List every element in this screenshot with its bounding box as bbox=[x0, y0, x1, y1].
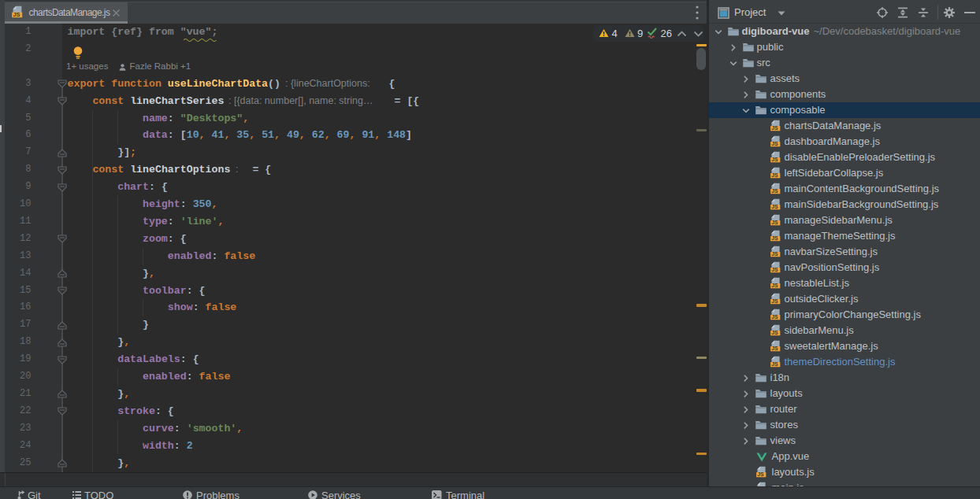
svg-text:JS: JS bbox=[771, 220, 778, 225]
svg-text:JS: JS bbox=[771, 235, 778, 241]
svg-text:JS: JS bbox=[771, 188, 778, 194]
svg-text:JS: JS bbox=[771, 298, 778, 304]
svg-text:JS: JS bbox=[771, 283, 778, 288]
svg-text:JS: JS bbox=[757, 471, 764, 477]
svg-text:JS: JS bbox=[771, 314, 778, 320]
svg-text:JS: JS bbox=[771, 251, 778, 257]
svg-text:JS: JS bbox=[771, 141, 778, 146]
svg-text:JS: JS bbox=[771, 172, 778, 178]
svg-text:JS: JS bbox=[771, 125, 778, 131]
svg-text:JS: JS bbox=[13, 11, 20, 18]
svg-text:JS: JS bbox=[771, 157, 778, 162]
svg-text:JS: JS bbox=[771, 330, 778, 335]
svg-text:JS: JS bbox=[771, 361, 778, 367]
svg-text:JS: JS bbox=[771, 204, 778, 209]
svg-text:JS: JS bbox=[771, 267, 778, 272]
svg-text:JS: JS bbox=[771, 346, 778, 351]
